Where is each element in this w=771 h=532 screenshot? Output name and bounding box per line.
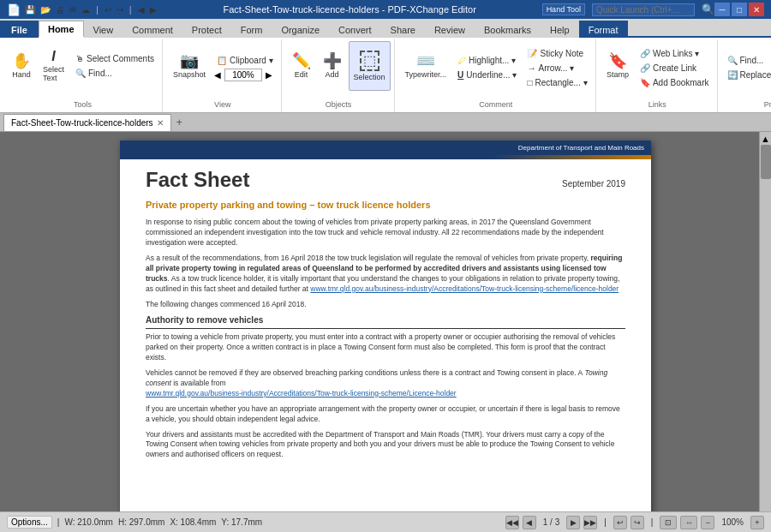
pdf-para2: As a result of the recommendations, from… xyxy=(146,254,625,295)
find-replace-btn[interactable]: 🔍 Find... xyxy=(723,54,771,67)
hand-tool-label: Hand Tool xyxy=(542,3,585,15)
create-link-btn[interactable]: 🔗 Create Link xyxy=(636,62,714,75)
save-quick-btn[interactable]: 💾 xyxy=(24,4,36,15)
typewriter-btn[interactable]: ⌨️ Typewriter... xyxy=(400,41,452,91)
tab-form[interactable]: Form xyxy=(231,21,272,38)
maximize-btn[interactable]: □ xyxy=(732,3,747,16)
forward-btn[interactable]: ▶ xyxy=(149,4,158,15)
doc-tab-active[interactable]: Fact-Sheet-Tow-truck-licence-holders ✕ xyxy=(3,114,171,131)
snapshot-btn[interactable]: 📷 Snapshot xyxy=(168,41,211,91)
tab-home[interactable]: Home xyxy=(39,21,84,38)
first-page-btn[interactable]: ◀◀ xyxy=(505,516,519,529)
add-bookmark-btn[interactable]: 🔖 Add Bookmark xyxy=(636,76,714,89)
pdf-scroll-thumb[interactable] xyxy=(761,145,771,179)
undo-btn[interactable]: ↩ xyxy=(104,4,112,15)
quick-launch-input[interactable] xyxy=(592,3,695,16)
email-quick-btn[interactable]: ✉ xyxy=(69,4,77,15)
rectangle-dropdown[interactable]: ▾ xyxy=(583,78,588,87)
sticky-note-btn[interactable]: 📝 Sticky Note xyxy=(523,47,591,60)
tab-protect[interactable]: Protect xyxy=(182,21,231,38)
add-btn[interactable]: ➕ Add xyxy=(318,41,347,91)
edit-btn[interactable]: ✏️ Edit xyxy=(287,41,316,91)
status-separator: | xyxy=(57,517,60,527)
prev-page-btn[interactable]: ◀ xyxy=(523,516,536,529)
select-text-btn[interactable]: I SelectText xyxy=(38,41,69,91)
snapshot-icon: 📷 xyxy=(180,53,199,69)
close-btn[interactable]: ✕ xyxy=(749,3,764,16)
app-icon: 📄 xyxy=(7,3,21,16)
last-page-btn[interactable]: ▶▶ xyxy=(583,516,597,529)
section1-link[interactable]: www.tmr.qld.gov.au/business-industry/Acc… xyxy=(146,389,457,398)
pdf-body: In response to rising public concern abo… xyxy=(146,218,625,460)
highlight-icon: 🖊 xyxy=(457,56,466,65)
tab-view[interactable]: View xyxy=(84,21,123,38)
underline-btn[interactable]: U Underline... ▾ xyxy=(453,69,521,81)
ribbon-group-links: 🔖 Stamp 🔗 Web Links ▾ 🔗 Create Link 🔖 Ad… xyxy=(598,39,718,112)
underline-dropdown[interactable]: ▾ xyxy=(512,70,517,80)
pdf-scrollbar[interactable]: ▲ xyxy=(759,132,771,511)
open-quick-btn[interactable]: 📂 xyxy=(39,4,51,15)
new-tab-btn[interactable]: + xyxy=(171,115,188,130)
next-page-btn[interactable]: ▶ xyxy=(566,516,580,529)
back-nav-btn[interactable]: ↩ xyxy=(613,516,627,529)
title-bar-controls: ─ □ ✕ xyxy=(714,3,764,16)
zoom-in-status-btn[interactable]: + xyxy=(750,516,764,529)
tab-review[interactable]: Review xyxy=(425,21,475,38)
stamp-btn[interactable]: 🔖 Stamp xyxy=(601,41,634,91)
rectangle-btn[interactable]: □ Rectangle... ▾ xyxy=(523,76,591,89)
pdf-subtitle: Private property parking and towing – to… xyxy=(146,199,625,211)
typewriter-label: Typewriter... xyxy=(405,70,447,79)
pdf-para3: The following changes commenced 16 April… xyxy=(146,300,625,310)
separator2: | xyxy=(128,4,134,15)
tab-organize[interactable]: Organize xyxy=(272,21,329,38)
hand-icon: ✋ xyxy=(12,53,31,69)
find-btn[interactable]: 🔍 Find... xyxy=(71,67,158,80)
back-btn[interactable]: ◀ xyxy=(137,4,146,15)
search-icon[interactable]: 🔍 xyxy=(702,3,714,15)
print-quick-btn[interactable]: 🖨 xyxy=(55,4,65,15)
replace-btn[interactable]: 🔄 Replace... xyxy=(723,69,771,81)
fact-sheet-date: September 2019 xyxy=(562,179,625,188)
highlight-dropdown[interactable]: ▾ xyxy=(511,56,516,65)
fwd-nav-btn[interactable]: ↪ xyxy=(631,516,644,529)
arrow-dropdown[interactable]: ▾ xyxy=(570,63,574,73)
tab-file[interactable]: File xyxy=(0,21,39,38)
zoom-in-btn[interactable]: ▶ xyxy=(264,70,274,80)
status-right: ◀◀ ◀ 1 / 3 ▶ ▶▶ | ↩ ↪ | ⊡ ↔ − 100% + xyxy=(505,516,764,529)
zoom-out-status-btn[interactable]: − xyxy=(701,516,714,529)
hand-tool-btn[interactable]: ✋ Hand xyxy=(7,41,36,91)
s1p2-post: is available from xyxy=(171,379,226,387)
doc-tab-filename: Fact-Sheet-Tow-truck-licence-holders xyxy=(11,118,153,128)
zoom-out-btn[interactable]: ◀ xyxy=(212,70,223,80)
zoom-value[interactable]: 100% xyxy=(224,69,262,81)
pdf-page: Department of Transport and Main Roads F… xyxy=(120,140,651,511)
fit-width-btn[interactable]: ↔ xyxy=(680,516,697,529)
tab-convert[interactable]: Convert xyxy=(329,21,381,38)
arrow-icon: → xyxy=(527,63,535,73)
tab-comment[interactable]: Comment xyxy=(123,21,182,38)
web-links-btn[interactable]: 🔗 Web Links ▾ xyxy=(636,47,714,60)
select-comments-label: Select Comments xyxy=(87,54,154,63)
clipboard-btn[interactable]: 📋 Clipboard ▾ xyxy=(212,54,278,67)
fit-page-btn[interactable]: ⊡ xyxy=(660,516,677,529)
tab-help[interactable]: Help xyxy=(541,21,579,38)
edit-label: Edit xyxy=(295,70,308,79)
selection-btn[interactable]: ⬚ Selection xyxy=(349,41,391,91)
doc-tab-close-btn[interactable]: ✕ xyxy=(157,118,164,128)
para2-link[interactable]: www.tmr.qld.gov.au/business-industry/Acc… xyxy=(310,284,619,293)
ribbon-content: ✋ Hand I SelectText 🖱 Select Comments 🔍 … xyxy=(0,38,771,113)
scan-quick-btn[interactable]: ☁ xyxy=(81,4,91,15)
tab-bookmarks[interactable]: Bookmarks xyxy=(475,21,541,38)
status-height: H: 297.0mm xyxy=(118,517,164,527)
options-btn[interactable]: Options... xyxy=(7,516,52,529)
highlight-btn[interactable]: 🖊 Highlight... ▾ xyxy=(453,54,521,67)
redo-btn[interactable]: ↪ xyxy=(116,4,124,15)
zoom-control: ◀ 100% ▶ xyxy=(212,69,278,81)
minimize-btn[interactable]: ─ xyxy=(714,3,730,16)
section1-p3: If you are uncertain whether you have an… xyxy=(146,404,625,425)
clipboard-row: 📷 Snapshot 📋 Clipboard ▾ ◀ 100% ▶ xyxy=(168,41,278,91)
select-comments-btn[interactable]: 🖱 Select Comments xyxy=(71,52,158,65)
tab-format[interactable]: Format xyxy=(579,21,628,38)
arrow-btn[interactable]: → Arrow... ▾ xyxy=(523,62,591,75)
tab-share[interactable]: Share xyxy=(381,21,425,38)
